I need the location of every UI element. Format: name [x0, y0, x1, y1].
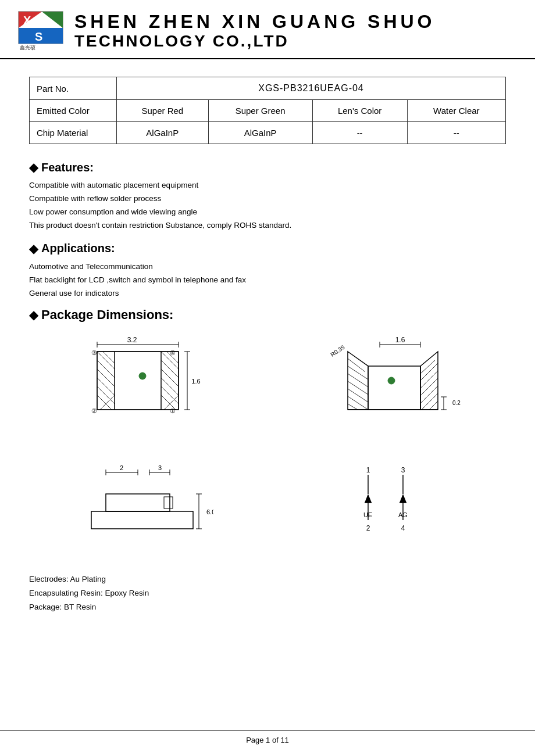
feature-item-3: Low power consumption and wide viewing a…	[29, 206, 506, 219]
svg-text:②: ②	[91, 407, 97, 414]
svg-line-21	[100, 395, 115, 410]
page-header: X G S 鑫光硕 SHEN ZHEN XIN GUANG SHUO TECHN…	[0, 0, 535, 59]
diamond-icon-applications: ◆	[29, 242, 38, 256]
app-item-2: Flat backlight for LCD ,switch and symbo…	[29, 274, 506, 287]
chip-material-col3: --	[312, 122, 407, 144]
svg-line-53	[348, 396, 368, 410]
table-row-chip: Chip Material AlGaInP AlGaInP -- --	[30, 122, 506, 144]
part-no-value: XGS-PB3216UEAG-04	[117, 77, 506, 100]
svg-text:3: 3	[158, 464, 162, 471]
diamond-icon-package: ◆	[29, 308, 38, 322]
svg-line-22	[103, 352, 115, 363]
svg-rect-82	[164, 497, 173, 508]
package-heading: ◆ Package Dimensions:	[29, 307, 506, 323]
electrodes-line3: Package: BT Resin	[29, 600, 506, 614]
features-heading: ◆ Features:	[29, 160, 506, 174]
svg-line-63	[429, 401, 438, 410]
svg-line-57	[420, 360, 435, 374]
table-row-emitted: Emitted Color Super Red Super Green Len'…	[30, 100, 506, 122]
main-content: Part No. XGS-PB3216UEAG-04 Emitted Color…	[0, 59, 535, 632]
electrodes-line2: Encapsulating Resin: Epoxy Resin	[29, 586, 506, 600]
svg-rect-13	[97, 352, 179, 410]
svg-line-20	[97, 395, 112, 410]
electrodes-info: Electrodes: Au Plating Encapsulating Res…	[29, 572, 506, 615]
diagram-top-view: 3.2	[29, 334, 258, 445]
svg-text:③: ③	[91, 349, 97, 356]
feature-item-4: This product doesn't contain restriction…	[29, 219, 506, 232]
svg-text:1.6: 1.6	[395, 336, 405, 344]
svg-text:X: X	[23, 14, 31, 27]
emitted-color-superred: Super Red	[117, 100, 209, 122]
app-item-1: Automotive and Telecommunication	[29, 260, 506, 274]
svg-text:2: 2	[366, 524, 370, 532]
electrodes-line1: Electrodes: Au Plating	[29, 572, 506, 586]
svg-text:①: ①	[170, 407, 176, 414]
emitted-color-waterclear: Water Clear	[407, 100, 505, 122]
page-number: Page 1 of 11	[246, 736, 289, 744]
table-row-partno: Part No. XGS-PB3216UEAG-04	[30, 77, 506, 100]
svg-text:④: ④	[170, 349, 176, 356]
svg-text:R0.35: R0.35	[330, 343, 347, 358]
chip-material-col4: --	[407, 122, 505, 144]
emitted-color-lenscolor: Len's Color	[312, 100, 407, 122]
chip-material-col2: AlGaInP	[208, 122, 312, 144]
company-name-line2: TECHNOLOGY CO.,LTD	[74, 32, 435, 51]
svg-text:3.2: 3.2	[127, 336, 137, 344]
company-logo: X G S 鑫光硕	[17, 10, 64, 51]
svg-line-59	[420, 371, 438, 388]
svg-line-60	[420, 378, 438, 396]
svg-text:AG: AG	[398, 511, 408, 518]
svg-text:S: S	[35, 30, 42, 43]
app-item-3: General use for indicators	[29, 287, 506, 300]
features-list: Compatible with automatic placement equi…	[29, 179, 506, 232]
applications-list: Automotive and Telecommunication Flat ba…	[29, 260, 506, 300]
svg-line-26	[161, 369, 179, 386]
svg-text:1: 1	[366, 466, 370, 474]
emitted-color-supergreen: Super Green	[208, 100, 312, 122]
svg-line-18	[97, 378, 115, 395]
part-no-label: Part No.	[30, 77, 117, 100]
svg-rect-81	[106, 494, 170, 511]
svg-line-17	[97, 369, 115, 386]
svg-line-51	[348, 381, 368, 395]
svg-text:3: 3	[401, 466, 405, 474]
diagram-side-view: R0.35 1.6	[277, 334, 506, 445]
svg-text:鑫光硕: 鑫光硕	[20, 45, 35, 51]
chip-material-col1: AlGaInP	[117, 122, 209, 144]
svg-text:6.0: 6.0	[206, 508, 213, 515]
svg-line-52	[348, 389, 368, 402]
applications-heading: ◆ Applications:	[29, 242, 506, 256]
svg-point-33	[139, 372, 146, 379]
feature-item-1: Compatible with automatic placement equi…	[29, 179, 506, 192]
diagram-circuit: 1 2 UE 3 4 AG	[277, 462, 506, 555]
svg-line-62	[422, 393, 438, 410]
svg-rect-65	[368, 366, 420, 410]
svg-line-61	[420, 386, 438, 403]
emitted-color-label: Emitted Color	[30, 100, 117, 122]
company-name-line1: SHEN ZHEN XIN GUANG SHUO	[74, 11, 435, 33]
svg-marker-96	[400, 494, 406, 503]
diagram-cross-section: 2 3 6.0	[29, 462, 258, 555]
svg-text:2: 2	[120, 464, 123, 471]
company-name: SHEN ZHEN XIN GUANG SHUO TECHNOLOGY CO.,…	[74, 11, 435, 51]
spec-table: Part No. XGS-PB3216UEAG-04 Emitted Color…	[29, 77, 506, 144]
svg-marker-89	[365, 494, 372, 503]
svg-line-54	[348, 404, 358, 410]
svg-text:G: G	[37, 14, 47, 27]
chip-material-label: Chip Material	[30, 122, 117, 144]
svg-text:UE: UE	[363, 511, 372, 518]
svg-line-27	[161, 378, 179, 395]
diagrams-row-2: 2 3 6.0	[29, 462, 506, 555]
svg-line-28	[161, 386, 179, 404]
svg-marker-47	[348, 352, 368, 410]
diamond-icon-features: ◆	[29, 160, 38, 174]
svg-text:0.2: 0.2	[452, 400, 461, 406]
svg-line-50	[348, 374, 368, 387]
svg-text:1.6: 1.6	[191, 378, 200, 385]
svg-line-16	[97, 360, 115, 378]
svg-line-19	[97, 386, 115, 404]
svg-point-66	[388, 377, 395, 384]
svg-line-48	[348, 359, 365, 372]
page-footer: Page 1 of 11	[0, 730, 535, 744]
svg-rect-80	[91, 511, 193, 529]
